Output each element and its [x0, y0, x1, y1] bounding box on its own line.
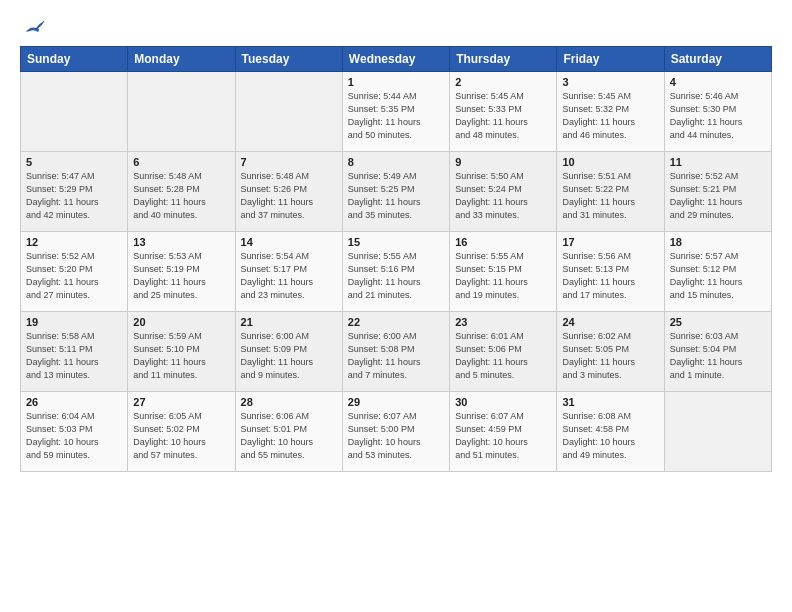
- day-info: Sunrise: 6:02 AMSunset: 5:05 PMDaylight:…: [562, 330, 658, 382]
- day-info: Sunrise: 5:55 AMSunset: 5:15 PMDaylight:…: [455, 250, 551, 302]
- day-info: Sunrise: 5:44 AMSunset: 5:35 PMDaylight:…: [348, 90, 444, 142]
- calendar-cell: 25Sunrise: 6:03 AMSunset: 5:04 PMDayligh…: [664, 312, 771, 392]
- day-number: 7: [241, 156, 337, 168]
- day-number: 16: [455, 236, 551, 248]
- day-info: Sunrise: 6:00 AMSunset: 5:08 PMDaylight:…: [348, 330, 444, 382]
- calendar-cell: 11Sunrise: 5:52 AMSunset: 5:21 PMDayligh…: [664, 152, 771, 232]
- day-info: Sunrise: 6:07 AMSunset: 5:00 PMDaylight:…: [348, 410, 444, 462]
- calendar-cell: 3Sunrise: 5:45 AMSunset: 5:32 PMDaylight…: [557, 72, 664, 152]
- calendar-week-5: 26Sunrise: 6:04 AMSunset: 5:03 PMDayligh…: [21, 392, 772, 472]
- day-info: Sunrise: 5:48 AMSunset: 5:28 PMDaylight:…: [133, 170, 229, 222]
- day-info: Sunrise: 5:59 AMSunset: 5:10 PMDaylight:…: [133, 330, 229, 382]
- calendar-cell: 14Sunrise: 5:54 AMSunset: 5:17 PMDayligh…: [235, 232, 342, 312]
- logo-bird-icon: [24, 18, 46, 36]
- calendar-cell: [128, 72, 235, 152]
- calendar-cell: 30Sunrise: 6:07 AMSunset: 4:59 PMDayligh…: [450, 392, 557, 472]
- calendar-cell: 21Sunrise: 6:00 AMSunset: 5:09 PMDayligh…: [235, 312, 342, 392]
- day-info: Sunrise: 5:58 AMSunset: 5:11 PMDaylight:…: [26, 330, 122, 382]
- calendar-cell: [21, 72, 128, 152]
- calendar-cell: 17Sunrise: 5:56 AMSunset: 5:13 PMDayligh…: [557, 232, 664, 312]
- calendar-cell: 1Sunrise: 5:44 AMSunset: 5:35 PMDaylight…: [342, 72, 449, 152]
- day-number: 3: [562, 76, 658, 88]
- weekday-header-row: SundayMondayTuesdayWednesdayThursdayFrid…: [21, 47, 772, 72]
- day-number: 18: [670, 236, 766, 248]
- calendar-cell: 20Sunrise: 5:59 AMSunset: 5:10 PMDayligh…: [128, 312, 235, 392]
- day-number: 22: [348, 316, 444, 328]
- day-number: 15: [348, 236, 444, 248]
- day-number: 28: [241, 396, 337, 408]
- calendar-cell: 9Sunrise: 5:50 AMSunset: 5:24 PMDaylight…: [450, 152, 557, 232]
- day-number: 24: [562, 316, 658, 328]
- calendar-cell: 28Sunrise: 6:06 AMSunset: 5:01 PMDayligh…: [235, 392, 342, 472]
- day-info: Sunrise: 5:45 AMSunset: 5:32 PMDaylight:…: [562, 90, 658, 142]
- calendar-week-1: 1Sunrise: 5:44 AMSunset: 5:35 PMDaylight…: [21, 72, 772, 152]
- day-info: Sunrise: 6:03 AMSunset: 5:04 PMDaylight:…: [670, 330, 766, 382]
- calendar-cell: 27Sunrise: 6:05 AMSunset: 5:02 PMDayligh…: [128, 392, 235, 472]
- calendar-cell: 18Sunrise: 5:57 AMSunset: 5:12 PMDayligh…: [664, 232, 771, 312]
- day-number: 17: [562, 236, 658, 248]
- day-info: Sunrise: 6:06 AMSunset: 5:01 PMDaylight:…: [241, 410, 337, 462]
- day-number: 2: [455, 76, 551, 88]
- calendar-cell: 29Sunrise: 6:07 AMSunset: 5:00 PMDayligh…: [342, 392, 449, 472]
- day-number: 8: [348, 156, 444, 168]
- day-info: Sunrise: 5:47 AMSunset: 5:29 PMDaylight:…: [26, 170, 122, 222]
- day-number: 30: [455, 396, 551, 408]
- day-number: 12: [26, 236, 122, 248]
- calendar-cell: 22Sunrise: 6:00 AMSunset: 5:08 PMDayligh…: [342, 312, 449, 392]
- day-info: Sunrise: 6:01 AMSunset: 5:06 PMDaylight:…: [455, 330, 551, 382]
- day-info: Sunrise: 5:57 AMSunset: 5:12 PMDaylight:…: [670, 250, 766, 302]
- day-info: Sunrise: 5:51 AMSunset: 5:22 PMDaylight:…: [562, 170, 658, 222]
- day-number: 9: [455, 156, 551, 168]
- calendar-cell: 31Sunrise: 6:08 AMSunset: 4:58 PMDayligh…: [557, 392, 664, 472]
- calendar-week-3: 12Sunrise: 5:52 AMSunset: 5:20 PMDayligh…: [21, 232, 772, 312]
- calendar-page: SundayMondayTuesdayWednesdayThursdayFrid…: [0, 0, 792, 612]
- day-number: 1: [348, 76, 444, 88]
- calendar-cell: 13Sunrise: 5:53 AMSunset: 5:19 PMDayligh…: [128, 232, 235, 312]
- day-number: 25: [670, 316, 766, 328]
- weekday-header-friday: Friday: [557, 47, 664, 72]
- day-info: Sunrise: 6:05 AMSunset: 5:02 PMDaylight:…: [133, 410, 229, 462]
- weekday-header-thursday: Thursday: [450, 47, 557, 72]
- page-header: [20, 18, 772, 36]
- day-number: 26: [26, 396, 122, 408]
- calendar-cell: 24Sunrise: 6:02 AMSunset: 5:05 PMDayligh…: [557, 312, 664, 392]
- day-number: 29: [348, 396, 444, 408]
- calendar-cell: [664, 392, 771, 472]
- day-info: Sunrise: 5:48 AMSunset: 5:26 PMDaylight:…: [241, 170, 337, 222]
- day-info: Sunrise: 5:49 AMSunset: 5:25 PMDaylight:…: [348, 170, 444, 222]
- calendar-cell: 10Sunrise: 5:51 AMSunset: 5:22 PMDayligh…: [557, 152, 664, 232]
- day-number: 14: [241, 236, 337, 248]
- calendar-week-4: 19Sunrise: 5:58 AMSunset: 5:11 PMDayligh…: [21, 312, 772, 392]
- day-number: 23: [455, 316, 551, 328]
- day-number: 19: [26, 316, 122, 328]
- calendar-cell: 16Sunrise: 5:55 AMSunset: 5:15 PMDayligh…: [450, 232, 557, 312]
- day-info: Sunrise: 5:52 AMSunset: 5:21 PMDaylight:…: [670, 170, 766, 222]
- calendar-cell: 5Sunrise: 5:47 AMSunset: 5:29 PMDaylight…: [21, 152, 128, 232]
- weekday-header-tuesday: Tuesday: [235, 47, 342, 72]
- calendar-cell: 19Sunrise: 5:58 AMSunset: 5:11 PMDayligh…: [21, 312, 128, 392]
- day-info: Sunrise: 6:00 AMSunset: 5:09 PMDaylight:…: [241, 330, 337, 382]
- day-number: 27: [133, 396, 229, 408]
- day-info: Sunrise: 5:56 AMSunset: 5:13 PMDaylight:…: [562, 250, 658, 302]
- day-info: Sunrise: 5:52 AMSunset: 5:20 PMDaylight:…: [26, 250, 122, 302]
- calendar-cell: 26Sunrise: 6:04 AMSunset: 5:03 PMDayligh…: [21, 392, 128, 472]
- calendar-week-2: 5Sunrise: 5:47 AMSunset: 5:29 PMDaylight…: [21, 152, 772, 232]
- day-info: Sunrise: 6:08 AMSunset: 4:58 PMDaylight:…: [562, 410, 658, 462]
- day-number: 13: [133, 236, 229, 248]
- day-number: 11: [670, 156, 766, 168]
- day-info: Sunrise: 6:04 AMSunset: 5:03 PMDaylight:…: [26, 410, 122, 462]
- calendar-cell: [235, 72, 342, 152]
- day-number: 5: [26, 156, 122, 168]
- weekday-header-wednesday: Wednesday: [342, 47, 449, 72]
- weekday-header-saturday: Saturday: [664, 47, 771, 72]
- day-info: Sunrise: 5:53 AMSunset: 5:19 PMDaylight:…: [133, 250, 229, 302]
- day-number: 21: [241, 316, 337, 328]
- day-info: Sunrise: 5:54 AMSunset: 5:17 PMDaylight:…: [241, 250, 337, 302]
- day-info: Sunrise: 5:55 AMSunset: 5:16 PMDaylight:…: [348, 250, 444, 302]
- day-number: 31: [562, 396, 658, 408]
- calendar-table: SundayMondayTuesdayWednesdayThursdayFrid…: [20, 46, 772, 472]
- weekday-header-monday: Monday: [128, 47, 235, 72]
- weekday-header-sunday: Sunday: [21, 47, 128, 72]
- logo: [20, 18, 48, 36]
- calendar-cell: 2Sunrise: 5:45 AMSunset: 5:33 PMDaylight…: [450, 72, 557, 152]
